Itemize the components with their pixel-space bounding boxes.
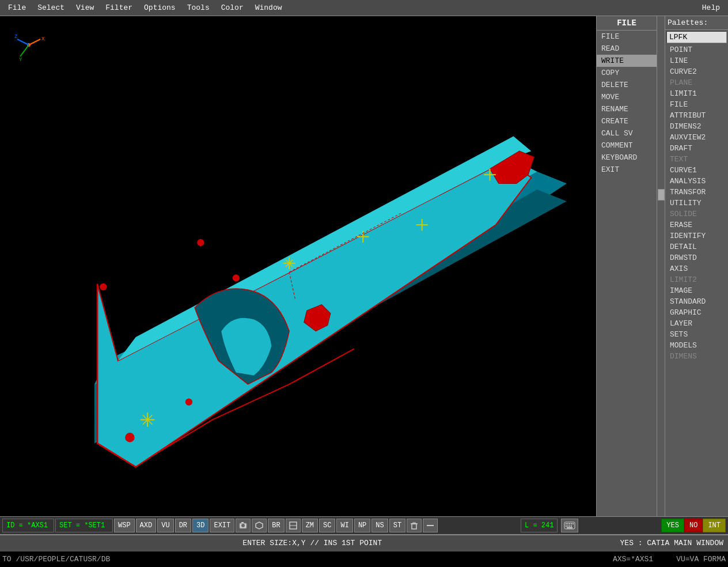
svg-rect-49 (566, 523, 567, 524)
palette-item-image[interactable]: IMAGE (665, 285, 728, 296)
file-menu-item-file[interactable]: FILE (597, 31, 657, 43)
right-panel: FILE FILEREADWRITECOPYDELETEMOVERENAMECR… (596, 16, 657, 516)
palette-item-plane: PLANE (665, 77, 728, 88)
scroll-area[interactable] (657, 16, 665, 516)
menubar: File Select View Filter Options Tools Co… (0, 0, 728, 16)
palette-item-layer[interactable]: LAYER (665, 318, 728, 329)
path-text: TO /USR/PEOPLE/CATUSR/DB (2, 555, 110, 564)
file-menu-item-copy[interactable]: COPY (597, 67, 657, 79)
palette-item-file[interactable]: FILE (665, 99, 728, 110)
menu-color[interactable]: Color (215, 2, 249, 13)
menu-file[interactable]: File (2, 2, 32, 13)
palettes-input[interactable] (666, 31, 727, 43)
wi-button[interactable]: WI (336, 519, 352, 532)
svg-rect-44 (412, 524, 416, 529)
palette-item-standard[interactable]: STANDARD (665, 296, 728, 307)
yes-button[interactable]: YES (661, 519, 684, 532)
palette-item-models[interactable]: MODELS (665, 340, 728, 351)
menu-window[interactable]: Window (249, 2, 288, 13)
palette-item-sets[interactable]: SETS (665, 329, 728, 340)
axd-button[interactable]: AXD (136, 519, 157, 532)
bottom-buttons-bar: ID = *AXS1 SET = *SET1 WSP AXD VU DR 3D … (0, 516, 728, 535)
palette-item-curve1[interactable]: CURVE1 (665, 165, 728, 176)
file-menu-item-move[interactable]: MOVE (597, 91, 657, 103)
int-button[interactable]: INT (703, 519, 726, 532)
viewport[interactable]: X Y Z (0, 16, 596, 516)
camera-icon[interactable] (236, 519, 251, 532)
model-viewport (0, 16, 596, 516)
palette-item-erase[interactable]: ERASE (665, 220, 728, 230)
file-menu-item-delete[interactable]: DELETE (597, 79, 657, 91)
svg-rect-53 (572, 523, 574, 524)
menu-options[interactable]: Options (138, 2, 181, 13)
file-menu-items: FILEREADWRITECOPYDELETEMOVERENAMECREATEC… (597, 31, 657, 176)
status-right-message: YES : CATIA MAIN WINDOW (620, 539, 723, 547)
svg-point-17 (233, 274, 240, 281)
line-icon[interactable] (423, 519, 438, 532)
svg-point-18 (100, 284, 107, 290)
status-message: ENTER SIZE:X,Y // INS 1ST POINT (5, 539, 620, 547)
menu-tools[interactable]: Tools (181, 2, 215, 13)
path-bar: TO /USR/PEOPLE/CATUSR/DB AXS=*AXS1 VU=VA… (0, 551, 728, 567)
trash-icon[interactable] (407, 519, 422, 532)
svg-rect-51 (569, 523, 570, 524)
palette-item-limit2: LIMIT2 (665, 274, 728, 285)
palette-item-limit1[interactable]: LIMIT1 (665, 88, 728, 99)
3d-button[interactable]: 3D (192, 519, 208, 532)
file-menu-item-keyboard[interactable]: KEYBOARD (597, 152, 657, 164)
dr-button[interactable]: DR (175, 519, 191, 532)
svg-point-39 (241, 524, 245, 527)
palette-item-identify[interactable]: IDENTIFY (665, 230, 728, 241)
main-layout: X Y Z (0, 16, 728, 516)
file-menu-item-create[interactable]: CREATE (597, 115, 657, 127)
palette-item-dimens2[interactable]: DIMENS2 (665, 121, 728, 132)
palette-item-axis[interactable]: AXIS (665, 263, 728, 274)
palette-item-auxview2[interactable]: AUXVIEW2 (665, 132, 728, 143)
file-menu-item-read[interactable]: READ (597, 43, 657, 55)
keyboard-icon[interactable] (561, 519, 578, 532)
wsp-button[interactable]: WSP (114, 519, 135, 532)
palette-item-curve2[interactable]: CURVE2 (665, 66, 728, 77)
st-button[interactable]: ST (389, 519, 405, 532)
box2-icon[interactable] (286, 519, 301, 532)
menu-filter[interactable]: Filter (100, 2, 138, 13)
palette-item-graphic[interactable]: GRAPHIC (665, 307, 728, 318)
sc-button[interactable]: SC (319, 519, 335, 532)
zm-button[interactable]: ZM (302, 519, 318, 532)
palette-item-line[interactable]: LINE (665, 55, 728, 66)
palette-item-draft[interactable]: DRAFT (665, 143, 728, 154)
palette-item-transfor[interactable]: TRANSFOR (665, 187, 728, 198)
palette-items-list: POINTLINECURVE2PLANELIMIT1FILEATTRIBUTDI… (665, 44, 728, 362)
menu-view[interactable]: View (70, 2, 100, 13)
br-button[interactable]: BR (268, 519, 284, 532)
palette-item-drwstd[interactable]: DRWSTD (665, 252, 728, 263)
palette-item-detail[interactable]: DETAIL (665, 241, 728, 252)
vu-button[interactable]: VU (157, 519, 173, 532)
id-display: ID = *AXS1 (2, 519, 54, 532)
palettes-header: Palettes: (665, 16, 728, 30)
file-menu-item-exit[interactable]: EXIT (597, 164, 657, 176)
palette-item-point[interactable]: POINT (665, 44, 728, 55)
menu-help[interactable]: Help (696, 2, 726, 13)
file-menu-item-callsv[interactable]: CALL SV (597, 127, 657, 139)
scroll-thumb[interactable] (658, 189, 665, 201)
palettes-panel: Palettes: POINTLINECURVE2PLANELIMIT1FILE… (665, 16, 728, 516)
palette-item-attribut[interactable]: ATTRIBUT (665, 110, 728, 121)
box-icon[interactable] (252, 519, 267, 532)
menu-select[interactable]: Select (32, 2, 70, 13)
ns-button[interactable]: NS (371, 519, 388, 532)
np-button[interactable]: NP (354, 519, 370, 532)
svg-rect-55 (567, 526, 568, 527)
axs-status: AXS=*AXS1 (613, 555, 653, 564)
svg-rect-40 (241, 522, 244, 523)
file-menu-item-comment[interactable]: COMMENT (597, 139, 657, 152)
l-display: L = 241 (521, 519, 558, 532)
palette-item-analysis[interactable]: ANALYSIS (665, 176, 728, 187)
svg-rect-56 (569, 526, 570, 527)
palette-item-utility[interactable]: UTILITY (665, 198, 728, 209)
no-button[interactable]: NO (684, 519, 703, 532)
file-menu-item-rename[interactable]: RENAME (597, 103, 657, 115)
file-menu-item-write[interactable]: WRITE (597, 55, 657, 67)
status-bar: ENTER SIZE:X,Y // INS 1ST POINT YES : CA… (0, 535, 728, 551)
exit-button[interactable]: EXIT (210, 519, 234, 532)
